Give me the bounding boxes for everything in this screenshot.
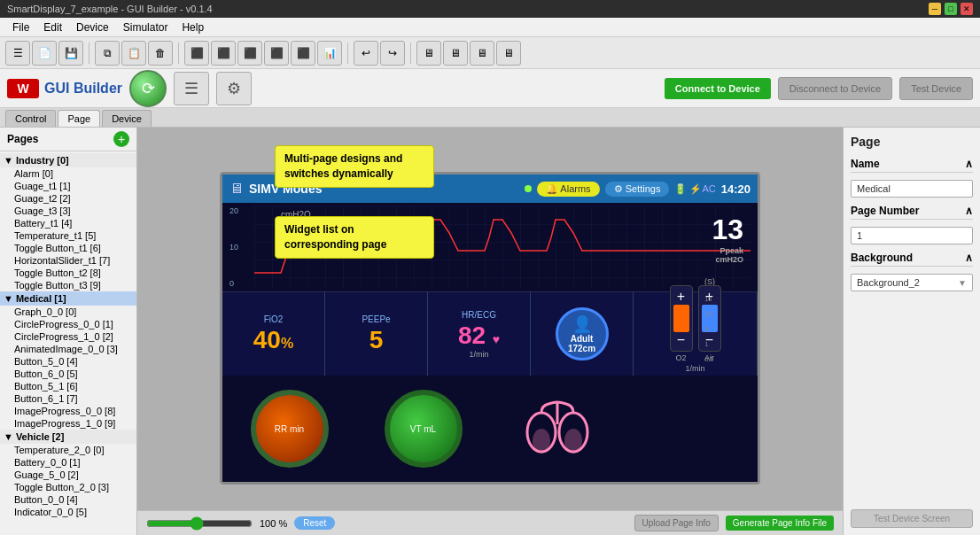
header-bar: GUI Builder ⟳ ☰ ⚙ Connect to Device Disc… <box>0 69 980 108</box>
tree-item[interactable]: ImageProgress_1_0 [9] <box>0 417 136 430</box>
svg-point-4 <box>564 429 582 454</box>
tab-control[interactable]: Control <box>5 110 56 127</box>
right-panel-title: Page <box>851 135 973 149</box>
tree-item[interactable]: CircleProgress_0_0 [1] <box>0 318 136 330</box>
toolbar-undo[interactable]: ↩ <box>354 41 378 66</box>
toolbar-align-top[interactable]: ⬛ <box>264 41 289 66</box>
settings-screen-button[interactable]: ⚙ Settings <box>605 182 670 197</box>
adult-label: Adult <box>571 334 594 344</box>
tree-item[interactable]: Battery_t1 [4] <box>0 217 136 229</box>
maximize-button[interactable]: □ <box>945 3 957 15</box>
prop-page-number-value[interactable]: 1 <box>851 227 973 244</box>
toolbar-open[interactable]: 📄 <box>32 41 57 66</box>
menu-simulator[interactable]: Simulator <box>116 19 175 35</box>
zoom-slider[interactable] <box>146 516 253 531</box>
tree-item[interactable]: Button_6_0 [5] <box>0 368 136 380</box>
prop-name-header[interactable]: Name ∧ <box>851 158 973 173</box>
toolbar-align-right[interactable]: ⬛ <box>237 41 262 66</box>
tree-item[interactable]: Graph_0_0 [0] <box>0 306 136 318</box>
menu-edit[interactable]: Edit <box>36 19 69 35</box>
connect-button[interactable]: Connect to Device <box>665 78 771 99</box>
toolbar-screen2[interactable]: 🖥 <box>443 41 468 66</box>
tree-item[interactable]: Indicator_0_0 [5] <box>0 506 136 518</box>
disconnect-button[interactable]: Disconnect to Device <box>778 77 892 100</box>
peak-value: 13 Ppeak cmH2O <box>712 213 743 264</box>
prop-background-value[interactable]: Background_2 ▼ <box>851 274 973 291</box>
toolbar-save[interactable]: 💾 <box>58 41 83 66</box>
tree-item[interactable]: Battery_0_0 [1] <box>0 456 136 469</box>
upload-info-button[interactable]: Upload Page Info <box>634 515 719 531</box>
o2-minus-btn[interactable]: − <box>677 332 685 348</box>
toolbar-align-left[interactable]: ⬛ <box>184 41 209 66</box>
test-device-header-button[interactable]: Test Device <box>899 77 973 100</box>
tree-group-medical[interactable]: ▼ Medical [1] <box>0 291 136 306</box>
rr-circle[interactable]: RR min <box>251 390 329 468</box>
tree-item[interactable]: Guage_t3 [3] <box>0 205 136 217</box>
toolbar-redo[interactable]: ↪ <box>380 41 405 66</box>
toolbar-screen1[interactable]: 🖥 <box>416 41 441 66</box>
toolbar-align-center[interactable]: ⬛ <box>211 41 236 66</box>
tree-item[interactable]: CircleProgress_1_0 [2] <box>0 330 136 343</box>
tree-item[interactable]: Temperature_2_0 [0] <box>0 444 136 456</box>
tree-item[interactable]: Toggle Button_t3 [9] <box>0 279 136 291</box>
hr-cell: HR/ECG 82 ♥ 1/min <box>428 292 531 376</box>
toolbar-align-bottom[interactable]: ⬛ <box>291 41 315 66</box>
left-panel: Pages + ▼ Industry [0] Alarm [0] Guage_t… <box>0 128 137 535</box>
toolbar-delete[interactable]: 🗑 <box>148 41 173 66</box>
add-page-button[interactable]: + <box>113 131 129 147</box>
toolbar-screen3[interactable]: 🖥 <box>470 41 494 66</box>
settings-icon-button[interactable]: ⚙ <box>216 72 252 105</box>
tree-item[interactable]: Alarm [0] <box>0 167 136 180</box>
tree-item[interactable]: Toggle Button_t2 [8] <box>0 267 136 279</box>
menu-device[interactable]: Device <box>69 19 116 35</box>
reset-button[interactable]: Reset <box>294 516 335 530</box>
toolbar-screen4[interactable]: 🖥 <box>496 41 521 66</box>
monitor-icon: 🖥 <box>229 181 244 197</box>
right-panel: Page Name ∧ Medical Page Number ∧ 1 Back… <box>843 128 980 535</box>
pages-header: Pages + <box>0 128 136 151</box>
tree-item[interactable]: Guage_t2 [2] <box>0 192 136 205</box>
minimize-button[interactable]: ─ <box>929 3 941 15</box>
alarm-button[interactable]: 🔔 Alarms <box>537 182 600 197</box>
tree-item[interactable]: AnimatedImage_0_0 [3] <box>0 343 136 355</box>
menu-help[interactable]: Help <box>175 19 211 35</box>
test-device-screen-button[interactable]: Test Device Screen <box>851 509 973 528</box>
tree-item[interactable]: Guage_5_0 [2] <box>0 469 136 481</box>
tooltip-widget-list: Widget list on corresponding page <box>275 216 434 259</box>
window-title: SmartDisplay_7_example - GUI Builder - v… <box>7 4 213 14</box>
tree-item[interactable]: Button_5_0 [4] <box>0 355 136 368</box>
rr-area: RR min <box>222 376 356 482</box>
close-button[interactable]: ✕ <box>961 3 973 15</box>
tree-item[interactable]: Guage_t1 [1] <box>0 180 136 192</box>
tree-item[interactable]: Button_0_0 [4] <box>0 493 136 506</box>
fio2-value: 40% <box>253 326 293 354</box>
prop-background-header[interactable]: Background ∧ <box>851 252 973 267</box>
prop-name-value[interactable]: Medical <box>851 180 973 198</box>
toolbar-paste[interactable]: 📋 <box>121 41 146 66</box>
peep-cell: PEEPe 5 <box>325 292 428 376</box>
tab-device[interactable]: Device <box>102 110 152 127</box>
tree-item[interactable]: Toggle Button_t1 [6] <box>0 242 136 254</box>
tree-item[interactable]: ImageProgress_0_0 [8] <box>0 405 136 417</box>
tab-bar: Control Page Device <box>0 108 980 128</box>
hr-unit: 1/min <box>469 350 488 359</box>
tree-item[interactable]: Button_6_1 [7] <box>0 392 136 405</box>
list-button[interactable]: ☰ <box>174 72 209 105</box>
menu-file[interactable]: File <box>5 19 36 35</box>
tree-item[interactable]: Button_5_1 [6] <box>0 380 136 392</box>
vt-circle[interactable]: VT mL <box>385 390 463 468</box>
toolbar-chart[interactable]: 📊 <box>317 41 342 66</box>
tree-item[interactable]: Toggle Button_2_0 [3] <box>0 481 136 493</box>
prop-page-number-header[interactable]: Page Number ∧ <box>851 205 973 220</box>
tab-page[interactable]: Page <box>58 110 100 127</box>
toolbar-new[interactable]: ☰ <box>5 41 30 66</box>
mode-button[interactable]: ⟳ <box>129 70 167 107</box>
logo-text: GUI Builder <box>44 81 122 97</box>
tree-item[interactable]: HorizontalSlider_t1 [7] <box>0 254 136 267</box>
tree-group-industry[interactable]: ▼ Industry [0] <box>0 153 136 167</box>
toolbar-copy[interactable]: ⧉ <box>95 41 120 66</box>
tree-group-vehicle[interactable]: ▼ Vehicle [2] <box>0 430 136 444</box>
tree-item[interactable]: Temperature_t1 [5] <box>0 229 136 242</box>
generate-info-button[interactable]: Generate Page Info File <box>726 516 834 531</box>
o2-plus-btn[interactable]: + <box>677 289 685 305</box>
